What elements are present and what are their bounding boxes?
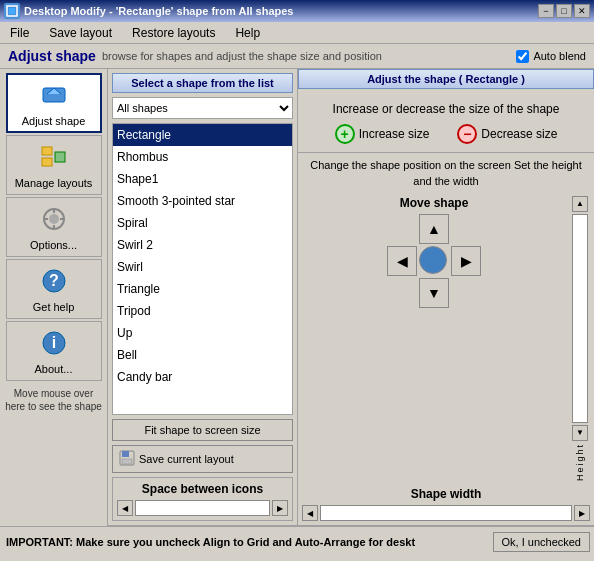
shape-list[interactable]: Rectangle Rhombus Shape1 Smooth 3-pointe… <box>112 123 293 415</box>
move-center <box>419 246 447 274</box>
increase-icon: + <box>335 124 355 144</box>
move-controls: ▲ ◀ ▶ ▼ <box>387 214 481 308</box>
sidebar-bottom-text: Move mouse over here to see the shape <box>0 383 107 417</box>
shape-adjuster-panel: Adjust the shape ( Rectangle ) Increase … <box>298 69 594 525</box>
status-ok-button[interactable]: Ok, I unchecked <box>493 532 591 552</box>
decrease-icon: − <box>457 124 477 144</box>
sidebar-label-get-help: Get help <box>33 301 75 313</box>
decrease-size-button[interactable]: − Decrease size <box>453 122 561 146</box>
width-left-arrow[interactable]: ◀ <box>302 505 318 521</box>
svg-text:?: ? <box>49 272 59 289</box>
list-item[interactable]: Swirl 2 <box>113 234 292 256</box>
height-up-arrow[interactable]: ▲ <box>572 196 588 212</box>
status-bar: IMPORTANT: Make sure you uncheck Align t… <box>0 526 594 556</box>
menu-save-layout[interactable]: Save layout <box>43 24 118 42</box>
move-down-button[interactable]: ▼ <box>419 278 449 308</box>
maximize-button[interactable]: □ <box>556 4 572 18</box>
sidebar-btn-about[interactable]: i About... <box>6 321 102 381</box>
list-item[interactable]: Candy bar <box>113 366 292 388</box>
list-item[interactable]: Smooth 3-pointed star <box>113 190 292 212</box>
save-layout-label: Save current layout <box>139 453 234 465</box>
title-bar: Desktop Modify - 'Rectangle' shape from … <box>0 0 594 22</box>
app-icon <box>4 3 20 19</box>
width-slider-track[interactable] <box>320 505 572 521</box>
sidebar-btn-adjust-shape[interactable]: Adjust shape <box>6 73 102 133</box>
space-slider-track[interactable] <box>135 500 270 516</box>
size-title-text: Increase or decrease the size of the sha… <box>333 101 560 118</box>
window-title: Desktop Modify - 'Rectangle' shape from … <box>24 5 294 17</box>
shape-adjuster-title: Adjust the shape ( Rectangle ) <box>298 69 594 89</box>
shape-dropdown[interactable]: All shapes <box>112 97 293 119</box>
move-empty-3 <box>387 278 417 308</box>
sidebar-btn-get-help[interactable]: ? Get help <box>6 259 102 319</box>
options-icon <box>38 203 70 235</box>
width-right-arrow[interactable]: ▶ <box>574 505 590 521</box>
decrease-size-label: Decrease size <box>481 127 557 141</box>
fit-shape-button[interactable]: Fit shape to screen size <box>112 419 293 441</box>
move-empty-2 <box>451 214 481 244</box>
svg-text:i: i <box>51 334 55 351</box>
menu-file[interactable]: File <box>4 24 35 42</box>
space-label: Space between icons <box>117 482 288 496</box>
svg-rect-17 <box>122 451 129 457</box>
sidebar: Adjust shape Manage layouts <box>0 69 108 526</box>
list-item[interactable]: Swirl <box>113 256 292 278</box>
right-panel: Select a shape from the list All shapes … <box>108 69 594 526</box>
manage-layouts-icon <box>38 141 70 173</box>
main-body: Adjust shape Manage layouts <box>0 69 594 526</box>
list-item[interactable]: Rectangle <box>113 124 292 146</box>
move-empty-1 <box>387 214 417 244</box>
width-section: Shape width ◀ ▶ <box>302 487 590 521</box>
header-bar: Adjust shape browse for shapes and adjus… <box>0 44 594 69</box>
adjust-shape-icon <box>38 79 70 111</box>
save-layout-button[interactable]: Save current layout <box>112 445 293 473</box>
shape-selector-title: Select a shape from the list <box>112 73 293 93</box>
svg-rect-3 <box>42 147 52 155</box>
space-increase-arrow[interactable]: ▶ <box>272 500 288 516</box>
svg-point-7 <box>49 214 59 224</box>
list-item[interactable]: Bell <box>113 344 292 366</box>
height-label: Height <box>576 443 585 481</box>
list-item[interactable]: Up <box>113 322 292 344</box>
auto-blend-label: Auto blend <box>533 50 586 62</box>
svg-rect-4 <box>42 158 52 166</box>
shape-selector-panel: Select a shape from the list All shapes … <box>108 69 298 525</box>
height-slider-track[interactable] <box>572 214 588 423</box>
status-text: IMPORTANT: Make sure you uncheck Align t… <box>0 534 493 550</box>
list-item[interactable]: Tripod <box>113 300 292 322</box>
increase-size-button[interactable]: + Increase size <box>331 122 434 146</box>
menu-restore-layouts[interactable]: Restore layouts <box>126 24 221 42</box>
move-title: Move shape <box>400 196 469 210</box>
menu-help[interactable]: Help <box>229 24 266 42</box>
height-down-arrow[interactable]: ▼ <box>572 425 588 441</box>
list-item[interactable]: Triangle <box>113 278 292 300</box>
svg-rect-18 <box>122 459 132 464</box>
sidebar-btn-manage-layouts[interactable]: Manage layouts <box>6 135 102 195</box>
get-help-icon: ? <box>38 265 70 297</box>
about-icon: i <box>38 327 70 359</box>
sidebar-label-options: Options... <box>30 239 77 251</box>
move-left-button[interactable]: ◀ <box>387 246 417 276</box>
position-title-text: Change the shape position on the screen … <box>302 157 590 190</box>
list-item[interactable]: Spiral <box>113 212 292 234</box>
auto-blend-checkbox[interactable] <box>516 50 529 63</box>
sidebar-btn-options[interactable]: Options... <box>6 197 102 257</box>
menu-bar: File Save layout Restore layouts Help <box>0 22 594 44</box>
svg-rect-1 <box>9 8 15 14</box>
increase-size-label: Increase size <box>359 127 430 141</box>
move-empty-4 <box>451 278 481 308</box>
close-button[interactable]: ✕ <box>574 4 590 18</box>
list-item[interactable]: Rhombus <box>113 146 292 168</box>
svg-rect-5 <box>55 152 65 162</box>
size-section: Increase or decrease the size of the sha… <box>298 95 594 153</box>
minimize-button[interactable]: − <box>538 4 554 18</box>
move-up-button[interactable]: ▲ <box>419 214 449 244</box>
space-decrease-arrow[interactable]: ◀ <box>117 500 133 516</box>
save-icon <box>119 450 135 468</box>
width-label: Shape width <box>302 487 590 501</box>
list-item[interactable]: Shape1 <box>113 168 292 190</box>
sidebar-label-adjust-shape: Adjust shape <box>22 115 86 127</box>
page-title: Adjust shape <box>8 48 96 64</box>
space-between-icons: Space between icons ◀ ▶ <box>112 477 293 521</box>
move-right-button[interactable]: ▶ <box>451 246 481 276</box>
